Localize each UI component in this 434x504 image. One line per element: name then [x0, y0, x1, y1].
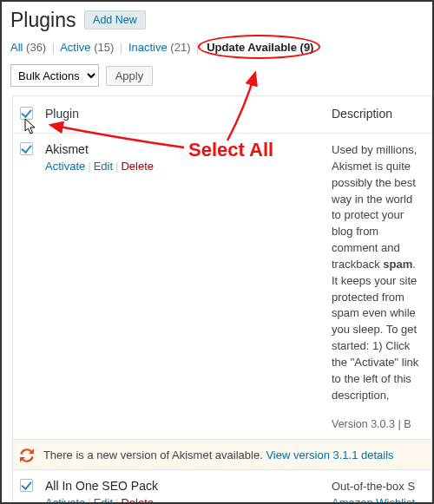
filter-update-count: (9): [300, 41, 314, 54]
plugin-name: All In One SEO Pack: [45, 479, 318, 493]
bulk-actions-row: Bulk Actions Apply: [10, 64, 432, 87]
refresh-icon: [20, 448, 34, 462]
activate-link[interactable]: Activate: [45, 496, 85, 504]
delete-link[interactable]: Delete: [121, 160, 154, 173]
filter-inactive[interactable]: Inactive (21): [128, 41, 191, 54]
row-actions: Activate|Edit|Delete: [45, 496, 318, 504]
filter-inactive-count: (21): [170, 41, 190, 54]
filter-all[interactable]: All (36): [10, 41, 46, 54]
page-title: Plugins: [10, 9, 76, 32]
plugins-page: Plugins Add New All (36) | Active (15) |…: [2, 2, 432, 504]
table-row: All In One SEO Pack Activate|Edit|Delete…: [12, 470, 432, 504]
filter-update-available[interactable]: Update Available (9): [205, 40, 315, 55]
separator: |: [120, 41, 122, 54]
table-row: Akismet Activate|Edit|Delete Used by mil…: [12, 134, 432, 440]
select-all-cell: [12, 96, 38, 134]
plugins-table: Plugin Description Akismet Activate|Edit…: [10, 95, 432, 504]
update-link[interactable]: View version 3.1.1 details: [266, 448, 393, 461]
filter-update-label: Update Available: [207, 41, 297, 54]
apply-button[interactable]: Apply: [106, 66, 154, 86]
plugin-version: Version 3.0.3 | B: [332, 416, 424, 432]
separator: |: [52, 41, 55, 54]
row-checkbox[interactable]: [20, 479, 33, 492]
filter-all-label: All: [10, 41, 23, 54]
filter-all-count: (36): [26, 41, 46, 54]
filter-bar: All (36) | Active (15) | Inactive (21) |…: [10, 41, 432, 54]
bulk-actions-select[interactable]: Bulk Actions: [10, 64, 99, 87]
update-row: There is a new version of Akismet availa…: [12, 439, 432, 470]
plugin-desc-tail: . It keeps your site protected from spam…: [332, 258, 418, 402]
delete-link[interactable]: Delete: [121, 496, 154, 504]
plugin-desc-strong: spam: [383, 258, 412, 271]
plugin-name: Akismet: [45, 142, 318, 156]
separator: |: [196, 41, 199, 54]
col-plugin-header[interactable]: Plugin: [38, 96, 325, 134]
plugin-desc: Used by millions, Akismet is quite possi…: [332, 143, 417, 271]
activate-link[interactable]: Activate: [45, 160, 85, 173]
filter-active-label: Active: [60, 41, 90, 54]
edit-link[interactable]: Edit: [94, 160, 113, 173]
edit-link[interactable]: Edit: [94, 496, 113, 504]
update-text: There is a new version of Akismet availa…: [43, 448, 266, 461]
row-checkbox[interactable]: [20, 142, 33, 155]
row-actions: Activate|Edit|Delete: [45, 160, 318, 173]
filter-active[interactable]: Active (15): [60, 41, 114, 54]
col-description-header: Description: [325, 96, 432, 134]
add-new-button[interactable]: Add New: [84, 10, 146, 29]
select-all-checkbox[interactable]: [20, 107, 33, 120]
filter-inactive-label: Inactive: [128, 41, 168, 54]
plugin-desc-link[interactable]: Amazon Wishlist: [332, 496, 415, 504]
filter-active-count: (15): [94, 41, 114, 54]
plugin-desc: Out-of-the-box S: [332, 480, 415, 493]
